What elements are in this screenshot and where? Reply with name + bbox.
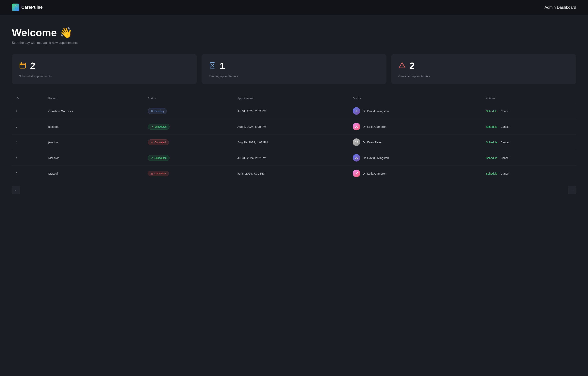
cell-appointment: Aug 3, 2024, 5:00 PM xyxy=(234,119,349,135)
avatar: LC xyxy=(353,123,360,130)
next-page-button[interactable]: → xyxy=(568,186,576,194)
schedule-button[interactable]: Schedule xyxy=(486,110,497,113)
svg-rect-0 xyxy=(20,63,26,68)
cell-appointment: Jul 8, 2024, 7:30 PM xyxy=(234,166,349,181)
col-patient: Patient xyxy=(44,94,144,103)
doctor-info: DLDr. David Livingston xyxy=(353,154,478,162)
status-badge: Scheduled xyxy=(148,155,170,161)
schedule-button[interactable]: Schedule xyxy=(486,125,497,128)
cell-patient: McLovin xyxy=(44,166,144,181)
pagination: ← → xyxy=(12,186,576,194)
next-arrow-icon: → xyxy=(570,188,574,192)
cell-status: Pending xyxy=(144,103,234,119)
stat-top-pending: 1 xyxy=(209,61,379,71)
cell-patient: jess bot xyxy=(44,119,144,135)
cell-actions: ScheduleCancel xyxy=(482,103,576,119)
doctor-info: LCDr. Leila Cameron xyxy=(353,170,478,177)
warning-icon xyxy=(398,62,406,70)
cell-actions: ScheduleCancel xyxy=(482,119,576,135)
logo-emoji: 🩺 xyxy=(13,5,18,10)
cell-patient: Christian Gonzalez xyxy=(44,103,144,119)
status-badge: Scheduled xyxy=(148,124,170,130)
cell-id: 4 xyxy=(12,150,44,166)
cancelled-label: Cancelled appointments xyxy=(398,74,569,78)
cell-doctor: LCDr. Leila Cameron xyxy=(349,119,482,135)
cell-id: 3 xyxy=(12,135,44,150)
status-badge: Cancelled xyxy=(148,139,169,145)
cell-doctor: LCDr. Leila Cameron xyxy=(349,166,482,181)
col-id: ID xyxy=(12,94,44,103)
schedule-button[interactable]: Schedule xyxy=(486,157,497,160)
avatar: LC xyxy=(353,170,360,177)
appointments-table-container: ID Patient Status Appointment Doctor Act… xyxy=(12,94,576,181)
cell-doctor: DLDr. David Livingston xyxy=(349,150,482,166)
cancel-button[interactable]: Cancel xyxy=(501,110,509,113)
cell-status: Scheduled xyxy=(144,150,234,166)
doctor-info: EPDr. Evan Peter xyxy=(353,138,478,146)
cancel-button[interactable]: Cancel xyxy=(501,141,509,144)
prev-page-button[interactable]: ← xyxy=(12,186,20,194)
avatar: DL xyxy=(353,107,360,115)
stat-top-cancelled: 2 xyxy=(398,61,569,71)
main-content: Welcome 👋 Start the day with managing ne… xyxy=(0,15,588,202)
scheduled-label: Scheduled appointments xyxy=(19,74,190,78)
scheduled-count: 2 xyxy=(30,61,35,71)
stat-top-scheduled: 2 xyxy=(19,61,190,71)
cell-appointment: Aug 29, 2024, 4:07 PM xyxy=(234,135,349,150)
welcome-heading: Welcome 👋 xyxy=(12,27,576,39)
doctor-info: DLDr. David Livingston xyxy=(353,107,478,115)
doctor-name: Dr. Evan Peter xyxy=(363,141,382,144)
welcome-subtitle: Start the day with managing new appointm… xyxy=(12,41,576,45)
status-badge: Cancelled xyxy=(148,171,169,176)
table-row: 4McLovinScheduledJul 31, 2024, 2:52 PMDL… xyxy=(12,150,576,166)
col-doctor: Doctor xyxy=(349,94,482,103)
cell-patient: McLovin xyxy=(44,150,144,166)
status-badge: Pending xyxy=(148,108,167,114)
cell-actions: ScheduleCancel xyxy=(482,166,576,181)
cell-doctor: EPDr. Evan Peter xyxy=(349,135,482,150)
cell-id: 5 xyxy=(12,166,44,181)
schedule-button[interactable]: Schedule xyxy=(486,141,497,144)
stat-card-cancelled: 2 Cancelled appointments xyxy=(391,54,576,84)
stats-grid: 2 Scheduled appointments 1 Pending appoi… xyxy=(12,54,576,84)
cell-id: 2 xyxy=(12,119,44,135)
table-row: 5McLovinCancelledJul 8, 2024, 7:30 PMLCD… xyxy=(12,166,576,181)
col-actions: Actions xyxy=(482,94,576,103)
cancel-button[interactable]: Cancel xyxy=(501,172,509,175)
stat-card-pending: 1 Pending appointments xyxy=(202,54,386,84)
cancel-button[interactable]: Cancel xyxy=(501,125,509,128)
stat-card-scheduled: 2 Scheduled appointments xyxy=(12,54,197,84)
cell-actions: ScheduleCancel xyxy=(482,135,576,150)
pending-label: Pending appointments xyxy=(209,74,379,78)
cell-appointment: Jul 31, 2024, 2:33 PM xyxy=(234,103,349,119)
svg-point-1 xyxy=(402,67,403,67)
cell-status: Cancelled xyxy=(144,166,234,181)
cell-actions: ScheduleCancel xyxy=(482,150,576,166)
calendar-icon xyxy=(19,62,26,70)
schedule-button[interactable]: Schedule xyxy=(486,172,497,175)
logo-text: CarePulse xyxy=(21,5,43,10)
cell-id: 1 xyxy=(12,103,44,119)
pending-count: 1 xyxy=(220,61,225,71)
avatar: EP xyxy=(353,138,360,146)
table-row: 3jess botCancelledAug 29, 2024, 4:07 PME… xyxy=(12,135,576,150)
logo-area: 🩺 CarePulse xyxy=(12,4,43,11)
table-header: ID Patient Status Appointment Doctor Act… xyxy=(12,94,576,103)
doctor-name: Dr. David Livingston xyxy=(363,156,389,160)
prev-arrow-icon: ← xyxy=(14,188,18,192)
cancelled-count: 2 xyxy=(409,61,415,71)
doctor-name: Dr. Leila Cameron xyxy=(363,125,386,128)
hourglass-icon xyxy=(209,62,216,70)
col-appointment: Appointment xyxy=(234,94,349,103)
doctor-info: LCDr. Leila Cameron xyxy=(353,123,478,130)
cell-doctor: DLDr. David Livingston xyxy=(349,103,482,119)
col-status: Status xyxy=(144,94,234,103)
doctor-name: Dr. Leila Cameron xyxy=(363,172,386,175)
table-row: 2jess botScheduledAug 3, 2024, 5:00 PMLC… xyxy=(12,119,576,135)
cell-appointment: Jul 31, 2024, 2:52 PM xyxy=(234,150,349,166)
cancel-button[interactable]: Cancel xyxy=(501,157,509,160)
cell-status: Scheduled xyxy=(144,119,234,135)
doctor-name: Dr. David Livingston xyxy=(363,109,389,113)
header-title: Admin Dashboard xyxy=(545,5,576,10)
cell-patient: jess bot xyxy=(44,135,144,150)
